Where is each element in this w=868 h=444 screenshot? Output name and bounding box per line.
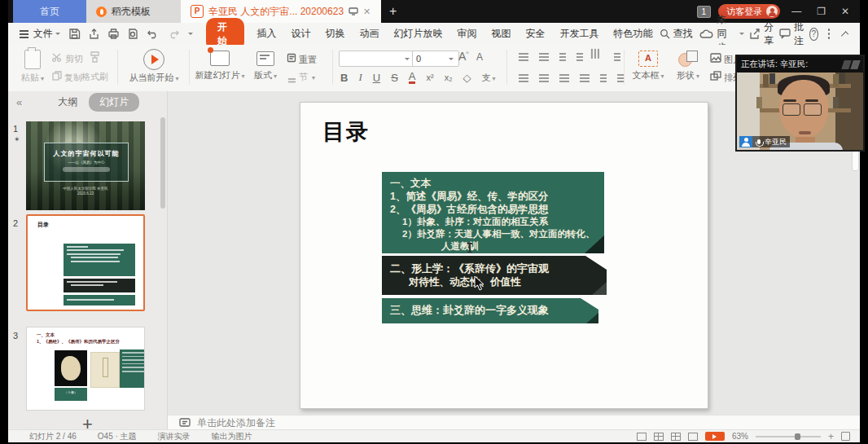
hamburger-icon[interactable] xyxy=(20,30,28,32)
cloud-sync-icon[interactable] xyxy=(699,29,713,39)
slide-thumbnail-3[interactable]: 一、文本 1、《易经》、《易传》和历代易学之区分 （卜骨） xyxy=(26,327,145,411)
notes-view-icon[interactable] xyxy=(688,433,698,441)
bullet-list-icon[interactable] xyxy=(519,53,528,55)
sidebar-scrollbar[interactable] xyxy=(160,117,165,209)
fit-window-icon[interactable] xyxy=(841,432,850,441)
content-box-thinking[interactable]: 三、思维：卦爻辞的一字多义现象 xyxy=(382,298,598,323)
justify-icon[interactable] xyxy=(580,74,590,76)
canvas-scrollbar[interactable] xyxy=(852,148,859,171)
grow-font-button[interactable]: A^ xyxy=(458,50,469,63)
play-from-current-button[interactable]: 从当前开始 xyxy=(122,49,186,84)
font-size-combo[interactable]: 0 xyxy=(412,51,459,67)
slide-title[interactable]: 目录 xyxy=(322,117,370,147)
phonetic-guide-button[interactable]: 支 xyxy=(481,72,495,84)
menu-file[interactable]: 文件 xyxy=(32,27,55,41)
underline-button[interactable]: U xyxy=(373,72,380,84)
comment-label[interactable]: 批注 xyxy=(794,20,806,48)
bold-button[interactable]: B xyxy=(340,72,348,84)
tab-docer[interactable]: 稻壳模板 xyxy=(86,0,181,23)
speech-record[interactable]: 演讲实录 xyxy=(158,431,191,442)
menu-devtools[interactable]: 开发工具 xyxy=(552,27,606,41)
align-center-icon[interactable] xyxy=(539,74,549,76)
normal-view-icon[interactable] xyxy=(637,433,647,441)
slide-page[interactable]: 目录 一、文本 1、简述《周易》经、传、学的区分 2、《周易》古经所包含的易学思… xyxy=(300,102,708,409)
speaker-video: 辛亚民 xyxy=(737,73,863,150)
collapse-panel-button[interactable]: « xyxy=(8,96,30,108)
zoom-slider-thumb[interactable] xyxy=(795,433,800,440)
menu-animation[interactable]: 动画 xyxy=(352,27,386,41)
menu-view[interactable]: 视图 xyxy=(484,27,518,41)
slide-sorter-icon[interactable] xyxy=(654,433,664,441)
help-icon[interactable] xyxy=(809,28,818,41)
content-box-text[interactable]: 一、文本 1、简述《周易》经、传、学的区分 2、《周易》古经所包含的易学思想 1… xyxy=(382,172,604,253)
tab-close-icon[interactable]: ✕ xyxy=(363,7,370,17)
zoom-slider[interactable] xyxy=(756,436,821,437)
menu-transition[interactable]: 切换 xyxy=(318,27,352,41)
menu-find[interactable]: 查找 xyxy=(670,27,699,41)
clear-format-button[interactable]: ◇ xyxy=(462,72,471,84)
menu-design[interactable]: 设计 xyxy=(283,27,318,41)
new-tab-button[interactable]: + xyxy=(381,4,405,19)
quick-access-caret-icon[interactable] xyxy=(188,33,193,37)
theme-name[interactable]: O45 · 主题 xyxy=(98,431,137,442)
tab-slides-active[interactable]: 幻灯片 xyxy=(89,93,139,112)
zoom-in-icon[interactable]: + xyxy=(828,431,834,442)
menu-features[interactable]: 特色功能 xyxy=(606,27,660,41)
columns-icon[interactable] xyxy=(598,49,599,59)
shrink-font-button[interactable]: A xyxy=(476,51,483,63)
shapes-button[interactable]: 形状 xyxy=(671,49,705,81)
tab-home[interactable]: 首页 xyxy=(13,0,86,23)
menu-insert[interactable]: 插入 xyxy=(249,27,283,41)
reading-view-icon[interactable] xyxy=(671,433,681,441)
superscript-button[interactable]: x² xyxy=(426,73,433,82)
menu-slideshow[interactable]: 幻灯片放映 xyxy=(386,27,449,41)
zoom-level[interactable]: 63% xyxy=(732,432,748,441)
numbered-list-icon[interactable] xyxy=(539,53,549,55)
outdent-icon[interactable] xyxy=(559,53,566,55)
menu-security[interactable]: 安全 xyxy=(518,27,552,41)
video-call-overlay[interactable]: 正在讲话: 辛亚民: 辛亚民 xyxy=(735,55,865,152)
distribute-icon[interactable] xyxy=(600,74,607,76)
print-icon[interactable] xyxy=(107,28,120,40)
notes-bar[interactable]: 单击此处添加备注 xyxy=(168,415,860,431)
copy-button[interactable]: 复制 xyxy=(52,71,82,84)
redo-icon[interactable] xyxy=(167,29,180,39)
textbox-button[interactable]: A 文本框 xyxy=(629,49,668,81)
format-painter-button[interactable]: 格式刷 xyxy=(81,71,108,83)
output-option[interactable]: 输出为图片 xyxy=(212,431,252,442)
indent-icon[interactable] xyxy=(576,53,583,55)
tab-outline[interactable]: 大纲 xyxy=(58,95,77,109)
comment-icon[interactable] xyxy=(779,29,791,39)
slide-thumbnail-1[interactable]: 人文的宇宙何以可能 ——以《周易》为中心 中国人民大学国学院 辛亚民 2020.… xyxy=(26,121,145,210)
more-options-icon[interactable] xyxy=(828,33,830,35)
menu-review[interactable]: 审阅 xyxy=(449,27,484,41)
italic-button[interactable]: I xyxy=(358,71,362,84)
text-direction-icon[interactable] xyxy=(614,53,620,55)
font-color-button[interactable]: A xyxy=(409,71,416,84)
content-box-metaphysics[interactable]: 二、形上学：《系辞传》的宇宙观 对待性、动态性、价值性 xyxy=(382,256,607,295)
collapse-ribbon-icon[interactable] xyxy=(841,31,848,38)
strikethrough-button[interactable]: S xyxy=(391,72,398,84)
search-icon[interactable] xyxy=(660,29,670,39)
print-preview-icon[interactable] xyxy=(127,28,139,40)
new-slide-button[interactable]: 新建幻灯片 xyxy=(194,49,246,81)
cut-button[interactable]: 剪切 xyxy=(52,53,83,65)
paragraph-list-buttons[interactable] xyxy=(515,51,625,64)
share-label[interactable]: 分享 xyxy=(764,20,776,48)
layout-button[interactable]: 版式 xyxy=(249,49,282,81)
undo-icon[interactable] xyxy=(147,29,160,39)
save-icon[interactable] xyxy=(68,28,81,40)
reset-button[interactable]: 重置 xyxy=(287,53,317,66)
align-left-icon[interactable] xyxy=(519,74,528,76)
paragraph-align-buttons[interactable] xyxy=(515,73,628,86)
slideshow-play-button[interactable] xyxy=(705,432,725,441)
share-icon[interactable] xyxy=(749,29,761,39)
format-painter-icon[interactable] xyxy=(90,51,101,63)
section-button[interactable]: 节 xyxy=(288,71,315,83)
export-icon[interactable] xyxy=(88,28,100,40)
paste-button[interactable]: 粘贴 xyxy=(16,50,49,84)
slide-thumbnail-2-selected[interactable]: 目录 xyxy=(26,214,145,311)
font-name-combo[interactable] xyxy=(339,51,415,67)
subscript-button[interactable]: x₂ xyxy=(445,73,453,82)
align-right-icon[interactable] xyxy=(559,74,569,76)
